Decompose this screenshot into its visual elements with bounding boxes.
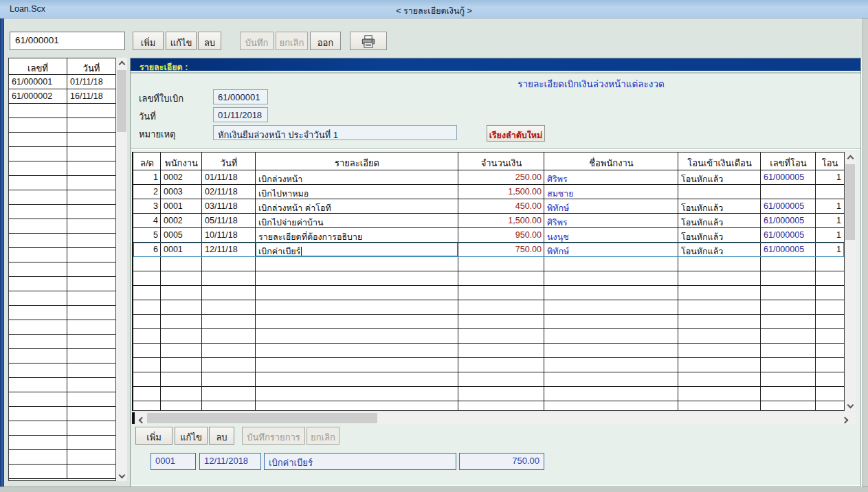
- remark-field[interactable]: หักเงินยืมล่วงหน้า ประจำวันที่ 1: [213, 125, 457, 140]
- grid-cell-transfer_no[interactable]: [761, 271, 816, 285]
- grid-cell-date[interactable]: [202, 344, 256, 357]
- grid-cell-no[interactable]: [133, 329, 161, 343]
- record-list-cell[interactable]: [67, 320, 115, 334]
- grid-cell-flag[interactable]: [816, 271, 843, 285]
- grid-cell-desc[interactable]: [256, 387, 458, 401]
- grid-cell-desc[interactable]: [256, 344, 458, 357]
- record-list-row[interactable]: [9, 349, 115, 364]
- grid-cell-amount[interactable]: 950.00: [458, 228, 544, 242]
- scroll-down-icon[interactable]: [116, 469, 127, 481]
- grid-cell-name[interactable]: พิทักษ์: [544, 243, 678, 256]
- grid-cell-desc[interactable]: เบิกล่วงหน้า: [256, 170, 458, 184]
- record-list-cell[interactable]: [9, 421, 67, 435]
- record-list-cell[interactable]: [67, 118, 115, 132]
- grid-cell-no[interactable]: [133, 372, 161, 386]
- grid-cell-transfer_no[interactable]: [761, 185, 816, 199]
- grid-cell-flag[interactable]: [816, 286, 843, 300]
- edit-button[interactable]: แก้ไข: [166, 32, 197, 50]
- grid-cell-emp[interactable]: [161, 401, 202, 411]
- record-list-cell[interactable]: [67, 147, 115, 161]
- grid-cell-amount[interactable]: [458, 329, 544, 343]
- record-list-row[interactable]: [9, 205, 115, 219]
- grid-cell-name[interactable]: [544, 401, 678, 411]
- grid-cell-transfer_no[interactable]: 61/000005: [761, 170, 816, 184]
- grid-add-button[interactable]: เพิ่ม: [135, 427, 173, 445]
- grid-row[interactable]: [133, 300, 844, 315]
- grid-cell-flag[interactable]: 1: [816, 199, 843, 213]
- grid-cell-name[interactable]: [544, 300, 678, 314]
- grid-cell-transfer_no[interactable]: 61/000005: [761, 228, 816, 242]
- grid-cell-date[interactable]: [202, 300, 256, 314]
- grid-cell-name[interactable]: นงนุช: [544, 228, 678, 242]
- grid-cell-transfer[interactable]: โอนหักแล้ว: [678, 214, 761, 227]
- record-list-cell[interactable]: [67, 104, 115, 118]
- grid-cell-no[interactable]: [133, 344, 161, 357]
- grid-cell-emp[interactable]: [161, 300, 202, 314]
- scroll-left-icon[interactable]: [135, 412, 146, 424]
- grid-cell-amount[interactable]: 750.00: [458, 243, 544, 256]
- grid-cell-transfer_no[interactable]: [761, 358, 816, 372]
- record-list-cell[interactable]: [9, 248, 67, 262]
- grid-cell-desc[interactable]: [256, 286, 458, 300]
- grid-cell-emp[interactable]: 0001: [161, 199, 202, 213]
- grid-delete-button[interactable]: ลบ: [209, 427, 234, 445]
- grid-row[interactable]: [133, 358, 844, 372]
- grid-cell-amount[interactable]: 1,500.00: [458, 214, 544, 227]
- grid-cell-flag[interactable]: [816, 300, 843, 314]
- grid-cell-transfer_no[interactable]: 61/000005: [761, 214, 816, 227]
- grid-cell-flag[interactable]: 1: [816, 214, 843, 227]
- grid-cell-desc[interactable]: เบิกค่าเบียร์: [256, 243, 458, 256]
- grid-cell-transfer_no[interactable]: 61/000005: [761, 199, 816, 213]
- record-list-cell[interactable]: [67, 234, 115, 247]
- grid-cell-no[interactable]: 6: [133, 243, 161, 256]
- record-list-cell[interactable]: [67, 349, 115, 363]
- grid-cell-name[interactable]: [544, 344, 678, 357]
- edit-amount-field[interactable]: 750.00: [459, 453, 544, 470]
- record-list-cell[interactable]: [9, 133, 67, 146]
- grid-cell-transfer[interactable]: โอนหักแล้ว: [678, 199, 761, 213]
- record-list-row[interactable]: [9, 133, 115, 147]
- grid-column-header[interactable]: โอนเข้าเงินเดือน: [678, 153, 761, 170]
- grid-row[interactable]: [133, 257, 844, 271]
- grid-cell-flag[interactable]: [816, 358, 843, 372]
- grid-cell-date[interactable]: [202, 257, 256, 271]
- grid-cell-amount[interactable]: 1,500.00: [458, 185, 544, 199]
- grid-cell-date[interactable]: [202, 372, 256, 386]
- grid-cell-emp[interactable]: [161, 271, 202, 285]
- record-list-cell[interactable]: 61/000002: [9, 89, 67, 103]
- grid-cell-flag[interactable]: 1: [816, 228, 843, 242]
- grid-cell-name[interactable]: [544, 372, 678, 386]
- grid-cell-transfer_no[interactable]: [761, 329, 816, 343]
- record-list-cell[interactable]: [67, 392, 115, 406]
- grid-cell-flag[interactable]: [816, 387, 843, 401]
- record-list-cell[interactable]: [9, 291, 67, 305]
- grid-cell-amount[interactable]: 450.00: [458, 199, 544, 213]
- grid-cell-emp[interactable]: [161, 286, 202, 300]
- grid-cell-emp[interactable]: [161, 315, 202, 328]
- grid-cell-name[interactable]: ศิริพร: [544, 170, 678, 184]
- grid-row[interactable]: [133, 387, 844, 401]
- grid-cell-flag[interactable]: [816, 401, 843, 411]
- record-list-cell[interactable]: [67, 465, 115, 478]
- grid-cell-transfer_no[interactable]: [761, 315, 816, 328]
- grid-cell-transfer[interactable]: [678, 344, 761, 357]
- grid-row[interactable]: [133, 329, 844, 344]
- grid-cell-transfer[interactable]: [678, 329, 761, 343]
- grid-row[interactable]: 1000201/11/18เบิกล่วงหน้า250.00ศิริพรโอน…: [133, 170, 844, 185]
- grid-cell-flag[interactable]: 1: [816, 243, 843, 256]
- grid-vscrollbar[interactable]: [845, 152, 856, 411]
- grid-cell-date[interactable]: 05/11/18: [202, 214, 256, 227]
- record-list-cell[interactable]: [9, 176, 67, 190]
- grid-cell-transfer[interactable]: [678, 300, 761, 314]
- grid-cell-transfer_no[interactable]: [761, 286, 816, 300]
- record-list-cell[interactable]: [67, 421, 115, 435]
- record-list-col-date[interactable]: วันที่: [67, 58, 115, 74]
- grid-cell-date[interactable]: 03/11/18: [202, 199, 256, 213]
- record-list-row[interactable]: [9, 161, 115, 176]
- record-list-cell[interactable]: [9, 364, 67, 377]
- grid-cell-transfer[interactable]: โอนหักแล้ว: [678, 243, 761, 256]
- record-list-row[interactable]: [9, 176, 115, 190]
- grid-cell-no[interactable]: 5: [133, 228, 161, 242]
- grid-cell-name[interactable]: ศิริพร: [544, 214, 678, 227]
- record-list-cell[interactable]: [67, 306, 115, 320]
